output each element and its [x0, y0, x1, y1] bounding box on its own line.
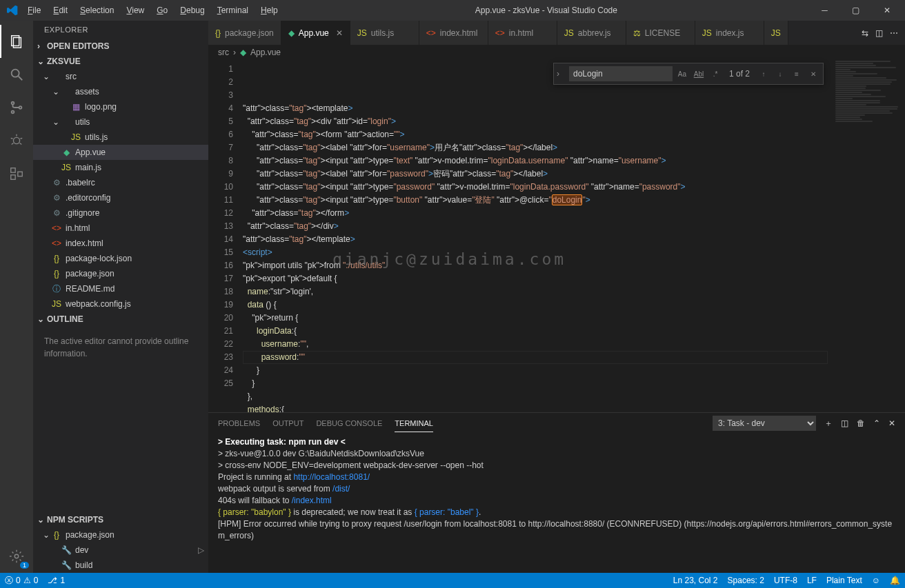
source-control-icon[interactable] — [0, 91, 33, 124]
debug-icon[interactable] — [0, 124, 33, 157]
terminal-output[interactable]: > Executing task: npm run dev <> zks-vue… — [208, 434, 905, 573]
search-icon[interactable] — [0, 58, 33, 91]
panel-tab-terminal[interactable]: TERMINAL — [395, 415, 433, 432]
settings-icon[interactable]: 1 — [0, 540, 33, 573]
breadcrumb-src[interactable]: src — [218, 48, 229, 57]
tab-package-json[interactable]: {}package.json — [208, 21, 281, 45]
menu-file[interactable]: File — [22, 3, 46, 17]
menu-debug[interactable]: Debug — [175, 3, 210, 17]
editor-body[interactable]: › Aa Abl .* 1 of 2 ↑ ↓ ≡ ✕ 1234567891011… — [208, 60, 905, 412]
tree-item-in-html[interactable]: <>in.html — [33, 221, 208, 236]
tab-utils-js[interactable]: JSutils.js — [350, 21, 419, 45]
extensions-icon[interactable] — [0, 157, 33, 190]
split-terminal-icon[interactable]: ◫ — [841, 418, 848, 428]
npm-script-build[interactable]: 🔧build — [33, 558, 208, 573]
tab-in-html[interactable]: <>in.html — [488, 21, 557, 45]
find-input[interactable] — [569, 66, 673, 81]
tab-overflow[interactable]: JS — [764, 21, 788, 45]
split-editor-icon[interactable]: ◫ — [875, 28, 883, 38]
folder-icon — [51, 71, 62, 82]
tree-item-package-json[interactable]: {}package.json — [33, 266, 208, 281]
match-word-icon[interactable]: Abl — [692, 67, 706, 81]
find-toggle-icon[interactable]: › — [557, 69, 566, 79]
find-prev-icon[interactable]: ↑ — [757, 67, 770, 81]
find-close-icon[interactable]: ✕ — [806, 67, 820, 81]
tree-item-README-md[interactable]: ⓘREADME.md — [33, 281, 208, 296]
section-open-editors[interactable]: ›OPEN EDITORS — [33, 39, 208, 54]
new-terminal-icon[interactable]: ＋ — [824, 418, 833, 429]
run-icon[interactable]: ▷ — [198, 545, 204, 555]
folder-icon — [61, 86, 72, 97]
panel-tabs: PROBLEMSOUTPUTDEBUG CONSOLETERMINAL 3: T… — [208, 413, 905, 434]
conf-icon: ⚙ — [51, 177, 62, 188]
terminal-selector[interactable]: 3: Task - dev — [713, 416, 816, 431]
maximize-button[interactable]: ▢ — [840, 0, 871, 21]
minimap[interactable] — [833, 60, 905, 412]
status-encoding[interactable]: UTF-8 — [769, 576, 802, 585]
status-bell-icon[interactable]: 🔔 — [885, 576, 905, 585]
tree-item-package-lock-json[interactable]: {}package-lock.json — [33, 251, 208, 266]
tree-item-utils[interactable]: ⌄utils — [33, 114, 208, 130]
breadcrumb-App.vue[interactable]: App.vue — [250, 48, 281, 57]
menu-selection[interactable]: Selection — [74, 3, 119, 17]
status-eol[interactable]: LF — [802, 576, 822, 585]
kill-terminal-icon[interactable]: 🗑 — [857, 418, 865, 428]
find-selection-icon[interactable]: ≡ — [790, 67, 804, 81]
compare-changes-icon[interactable]: ⇆ — [862, 28, 868, 38]
regex-icon[interactable]: .* — [708, 67, 722, 81]
panel-tab-output[interactable]: OUTPUT — [272, 415, 304, 432]
tree-item-index-html[interactable]: <>index.html — [33, 236, 208, 251]
status-feedback-icon[interactable]: ☺ — [867, 576, 885, 585]
explorer-icon[interactable] — [0, 25, 33, 58]
tree-item-src[interactable]: ⌄src — [33, 69, 208, 84]
find-next-icon[interactable]: ↓ — [773, 67, 787, 81]
tree-item-utils-js[interactable]: JSutils.js — [33, 130, 208, 145]
svg-rect-15 — [18, 172, 22, 176]
menu-terminal[interactable]: Terminal — [212, 3, 254, 17]
npm-root[interactable]: ⌄{}package.json — [33, 527, 208, 543]
menu-edit[interactable]: Edit — [48, 3, 73, 17]
tree-item--babelrc[interactable]: ⚙.babelrc — [33, 175, 208, 190]
status-language[interactable]: Plain Text — [822, 576, 867, 585]
more-icon[interactable]: ⋯ — [890, 28, 898, 38]
section-outline[interactable]: ⌄OUTLINE — [33, 312, 208, 327]
panel-tab-problems[interactable]: PROBLEMS — [218, 415, 260, 432]
tree-item-assets[interactable]: ⌄assets — [33, 84, 208, 99]
code-content[interactable]: qianjc@zuidaima.com "attr">class="tag"><… — [243, 60, 905, 412]
tab-index-js[interactable]: JSindex.js — [695, 21, 764, 45]
panel-close-icon[interactable]: ✕ — [888, 418, 895, 428]
conf-icon: ⚙ — [51, 192, 62, 203]
section-npm-scripts[interactable]: ⌄NPM SCRIPTS — [33, 512, 208, 527]
lic-icon: ⚖ — [633, 28, 641, 38]
tab-LICENSE[interactable]: ⚖LICENSE — [626, 21, 695, 45]
tree-item-logo-png[interactable]: ▦logo.png — [33, 99, 208, 114]
close-button[interactable]: ✕ — [871, 0, 902, 21]
panel-maximize-icon[interactable]: ⌃ — [873, 418, 880, 428]
status-position[interactable]: Ln 23, Col 2 — [668, 576, 723, 585]
tab-App-vue[interactable]: ◆App.vue✕ — [281, 21, 350, 45]
npm-script-dev[interactable]: 🔧dev▷ — [33, 543, 208, 558]
menu-view[interactable]: View — [121, 3, 150, 17]
breadcrumb[interactable]: src›◆ App.vue — [208, 45, 905, 60]
status-errors[interactable]: ⓧ 0 ⚠ 0 — [0, 573, 43, 588]
minimize-button[interactable]: ─ — [809, 0, 840, 21]
tree-item--editorconfig[interactable]: ⚙.editorconfig — [33, 190, 208, 205]
tree-item-main-js[interactable]: JSmain.js — [33, 160, 208, 175]
status-git[interactable]: ⎇ 1 — [43, 573, 70, 588]
tree-item-webpack-config-js[interactable]: JSwebpack.config.js — [33, 296, 208, 312]
panel-tab-debug-console[interactable]: DEBUG CONSOLE — [316, 415, 382, 432]
tree-item-App-vue[interactable]: ◆App.vue — [33, 145, 208, 160]
section-project[interactable]: ⌄ZKSVUE — [33, 54, 208, 69]
menu-help[interactable]: Help — [255, 3, 284, 17]
tree-item--gitignore[interactable]: ⚙.gitignore — [33, 205, 208, 221]
status-spaces[interactable]: Spaces: 2 — [723, 576, 769, 585]
match-case-icon[interactable]: Aa — [675, 67, 689, 81]
menu-go[interactable]: Go — [151, 3, 173, 17]
svg-point-2 — [12, 70, 19, 77]
tree-label: README.md — [66, 284, 115, 294]
tab-index-html[interactable]: <>index.html — [419, 21, 488, 45]
svg-line-9 — [11, 138, 13, 139]
tab-abbrev-js[interactable]: JSabbrev.js — [557, 21, 626, 45]
tree-label: assets — [75, 87, 99, 97]
close-icon[interactable]: ✕ — [336, 28, 343, 38]
